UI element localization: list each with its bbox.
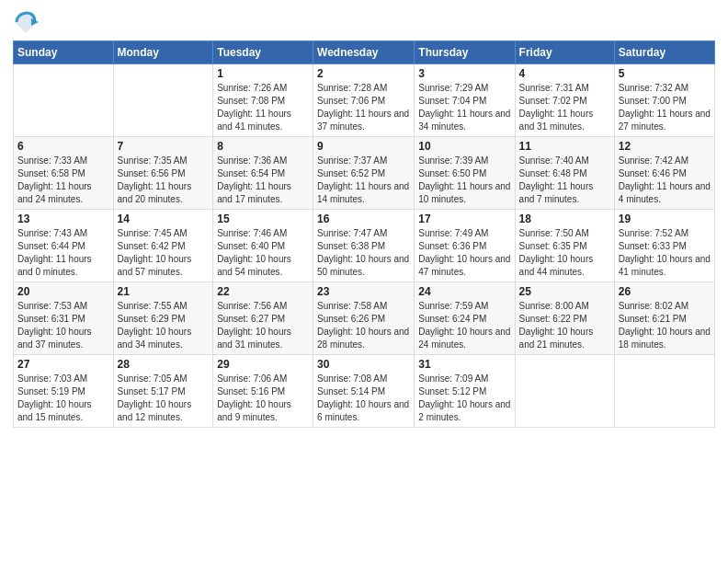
day-number: 12 xyxy=(619,140,711,153)
calendar-day-cell xyxy=(614,355,714,428)
calendar-day-cell: 23Sunrise: 7:58 AM Sunset: 6:26 PM Dayli… xyxy=(313,282,415,355)
calendar-day-cell: 16Sunrise: 7:47 AM Sunset: 6:38 PM Dayli… xyxy=(313,210,415,282)
calendar-week-row: 1Sunrise: 7:26 AM Sunset: 7:08 PM Daylig… xyxy=(14,64,715,137)
day-info: Sunrise: 7:31 AM Sunset: 7:02 PM Dayligh… xyxy=(519,82,610,133)
day-number: 24 xyxy=(418,285,510,298)
day-number: 8 xyxy=(217,140,309,153)
calendar-day-cell: 26Sunrise: 8:02 AM Sunset: 6:21 PM Dayli… xyxy=(614,282,714,355)
calendar-day-cell: 14Sunrise: 7:45 AM Sunset: 6:42 PM Dayli… xyxy=(113,210,213,282)
day-info: Sunrise: 7:58 AM Sunset: 6:26 PM Dayligh… xyxy=(317,300,410,351)
calendar-day-header: Thursday xyxy=(415,41,515,64)
calendar-day-header: Friday xyxy=(515,41,614,64)
day-number: 5 xyxy=(619,67,711,80)
calendar-week-row: 6Sunrise: 7:33 AM Sunset: 6:58 PM Daylig… xyxy=(14,137,715,210)
day-info: Sunrise: 7:03 AM Sunset: 5:19 PM Dayligh… xyxy=(17,373,109,424)
day-info: Sunrise: 7:55 AM Sunset: 6:29 PM Dayligh… xyxy=(118,300,210,351)
day-number: 30 xyxy=(317,358,410,371)
day-info: Sunrise: 7:43 AM Sunset: 6:44 PM Dayligh… xyxy=(17,227,109,279)
day-info: Sunrise: 7:06 AM Sunset: 5:16 PM Dayligh… xyxy=(217,373,309,424)
day-info: Sunrise: 7:56 AM Sunset: 6:27 PM Dayligh… xyxy=(217,300,309,351)
calendar-day-cell: 12Sunrise: 7:42 AM Sunset: 6:46 PM Dayli… xyxy=(614,137,714,210)
calendar-day-cell: 8Sunrise: 7:36 AM Sunset: 6:54 PM Daylig… xyxy=(213,137,313,210)
day-info: Sunrise: 7:26 AM Sunset: 7:08 PM Dayligh… xyxy=(217,82,309,133)
day-number: 25 xyxy=(519,285,610,298)
day-number: 29 xyxy=(217,358,309,371)
day-number: 7 xyxy=(118,140,210,153)
day-info: Sunrise: 8:00 AM Sunset: 6:22 PM Dayligh… xyxy=(519,300,610,351)
calendar-day-cell: 5Sunrise: 7:32 AM Sunset: 7:00 PM Daylig… xyxy=(614,64,714,137)
day-number: 21 xyxy=(118,285,210,298)
calendar-day-cell xyxy=(515,355,614,428)
calendar-day-header: Tuesday xyxy=(213,41,313,64)
day-info: Sunrise: 7:52 AM Sunset: 6:33 PM Dayligh… xyxy=(619,227,711,279)
day-number: 17 xyxy=(418,213,510,225)
day-info: Sunrise: 7:40 AM Sunset: 6:48 PM Dayligh… xyxy=(519,155,610,206)
logo-icon xyxy=(13,9,39,35)
day-number: 14 xyxy=(118,213,210,225)
day-info: Sunrise: 7:29 AM Sunset: 7:04 PM Dayligh… xyxy=(418,82,510,133)
day-number: 4 xyxy=(519,67,610,80)
day-number: 2 xyxy=(317,67,410,80)
day-number: 15 xyxy=(217,213,309,225)
day-info: Sunrise: 7:59 AM Sunset: 6:24 PM Dayligh… xyxy=(418,300,510,351)
day-info: Sunrise: 7:32 AM Sunset: 7:00 PM Dayligh… xyxy=(619,82,711,133)
calendar-week-row: 13Sunrise: 7:43 AM Sunset: 6:44 PM Dayli… xyxy=(14,210,715,282)
day-number: 27 xyxy=(17,358,109,371)
day-number: 28 xyxy=(118,358,210,371)
calendar-day-cell: 21Sunrise: 7:55 AM Sunset: 6:29 PM Dayli… xyxy=(113,282,213,355)
day-info: Sunrise: 7:37 AM Sunset: 6:52 PM Dayligh… xyxy=(317,155,410,206)
calendar-day-cell: 30Sunrise: 7:08 AM Sunset: 5:14 PM Dayli… xyxy=(313,355,415,428)
calendar-day-cell: 29Sunrise: 7:06 AM Sunset: 5:16 PM Dayli… xyxy=(213,355,313,428)
day-info: Sunrise: 7:45 AM Sunset: 6:42 PM Dayligh… xyxy=(118,227,210,279)
calendar-day-cell: 13Sunrise: 7:43 AM Sunset: 6:44 PM Dayli… xyxy=(14,210,114,282)
day-info: Sunrise: 7:05 AM Sunset: 5:17 PM Dayligh… xyxy=(118,373,210,424)
day-info: Sunrise: 7:35 AM Sunset: 6:56 PM Dayligh… xyxy=(118,155,210,206)
calendar-day-cell: 18Sunrise: 7:50 AM Sunset: 6:35 PM Dayli… xyxy=(515,210,614,282)
calendar-day-cell: 20Sunrise: 7:53 AM Sunset: 6:31 PM Dayli… xyxy=(14,282,114,355)
calendar-day-cell: 11Sunrise: 7:40 AM Sunset: 6:48 PM Dayli… xyxy=(515,137,614,210)
day-number: 11 xyxy=(519,140,610,153)
page-container: SundayMondayTuesdayWednesdayThursdayFrid… xyxy=(0,0,728,441)
calendar-day-cell: 3Sunrise: 7:29 AM Sunset: 7:04 PM Daylig… xyxy=(415,64,515,137)
day-number: 23 xyxy=(317,285,410,298)
calendar-header-row: SundayMondayTuesdayWednesdayThursdayFrid… xyxy=(14,41,715,64)
day-number: 9 xyxy=(317,140,410,153)
logo xyxy=(13,9,40,35)
day-number: 26 xyxy=(619,285,711,298)
header xyxy=(13,9,715,35)
day-info: Sunrise: 7:39 AM Sunset: 6:50 PM Dayligh… xyxy=(418,155,510,206)
calendar-day-cell: 2Sunrise: 7:28 AM Sunset: 7:06 PM Daylig… xyxy=(313,64,415,137)
calendar-day-cell: 9Sunrise: 7:37 AM Sunset: 6:52 PM Daylig… xyxy=(313,137,415,210)
day-number: 10 xyxy=(418,140,510,153)
calendar-table: SundayMondayTuesdayWednesdayThursdayFrid… xyxy=(13,40,715,428)
calendar-day-cell: 31Sunrise: 7:09 AM Sunset: 5:12 PM Dayli… xyxy=(415,355,515,428)
calendar-day-cell: 22Sunrise: 7:56 AM Sunset: 6:27 PM Dayli… xyxy=(213,282,313,355)
calendar-day-cell: 24Sunrise: 7:59 AM Sunset: 6:24 PM Dayli… xyxy=(415,282,515,355)
day-info: Sunrise: 7:09 AM Sunset: 5:12 PM Dayligh… xyxy=(418,373,510,424)
calendar-day-cell: 17Sunrise: 7:49 AM Sunset: 6:36 PM Dayli… xyxy=(415,210,515,282)
calendar-day-cell: 27Sunrise: 7:03 AM Sunset: 5:19 PM Dayli… xyxy=(14,355,114,428)
day-number: 19 xyxy=(619,213,711,225)
day-number: 18 xyxy=(519,213,610,225)
calendar-day-cell: 4Sunrise: 7:31 AM Sunset: 7:02 PM Daylig… xyxy=(515,64,614,137)
calendar-day-header: Saturday xyxy=(614,41,714,64)
day-info: Sunrise: 7:42 AM Sunset: 6:46 PM Dayligh… xyxy=(619,155,711,206)
day-info: Sunrise: 7:49 AM Sunset: 6:36 PM Dayligh… xyxy=(418,227,510,279)
day-number: 13 xyxy=(17,213,109,225)
calendar-day-cell: 19Sunrise: 7:52 AM Sunset: 6:33 PM Dayli… xyxy=(614,210,714,282)
calendar-day-header: Monday xyxy=(113,41,213,64)
calendar-day-header: Wednesday xyxy=(313,41,415,64)
day-number: 16 xyxy=(317,213,410,225)
calendar-day-cell: 1Sunrise: 7:26 AM Sunset: 7:08 PM Daylig… xyxy=(213,64,313,137)
calendar-day-header: Sunday xyxy=(14,41,114,64)
day-number: 20 xyxy=(17,285,109,298)
calendar-day-cell: 28Sunrise: 7:05 AM Sunset: 5:17 PM Dayli… xyxy=(113,355,213,428)
calendar-week-row: 20Sunrise: 7:53 AM Sunset: 6:31 PM Dayli… xyxy=(14,282,715,355)
calendar-week-row: 27Sunrise: 7:03 AM Sunset: 5:19 PM Dayli… xyxy=(14,355,715,428)
day-info: Sunrise: 8:02 AM Sunset: 6:21 PM Dayligh… xyxy=(619,300,711,351)
day-info: Sunrise: 7:36 AM Sunset: 6:54 PM Dayligh… xyxy=(217,155,309,206)
day-info: Sunrise: 7:50 AM Sunset: 6:35 PM Dayligh… xyxy=(519,227,610,279)
day-info: Sunrise: 7:53 AM Sunset: 6:31 PM Dayligh… xyxy=(17,300,109,351)
day-number: 1 xyxy=(217,67,309,80)
day-info: Sunrise: 7:28 AM Sunset: 7:06 PM Dayligh… xyxy=(317,82,410,133)
